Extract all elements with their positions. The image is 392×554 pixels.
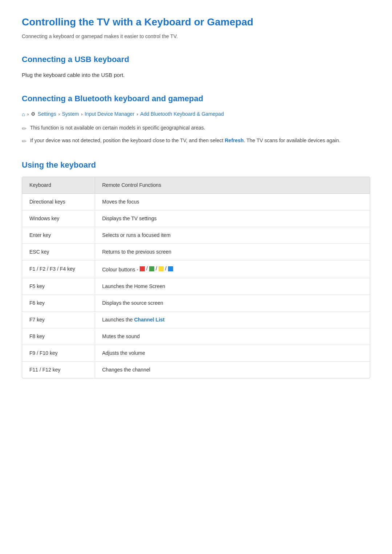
keyboard-cell: F9 / F10 key (22, 345, 95, 361)
keyboard-table: Keyboard Remote Control Functions Direct… (22, 177, 370, 378)
table-row: F1 / F2 / F3 / F4 keyColour buttons - / … (22, 260, 370, 278)
function-cell: Launches the Home Screen (95, 278, 370, 295)
keyboard-cell: F7 key (22, 311, 95, 328)
usb-section-title: Connecting a USB keyboard (22, 53, 370, 65)
home-icon: ⌂ (22, 110, 25, 119)
channel-list-link[interactable]: Channel List (134, 317, 164, 323)
keyboard-cell: Directional keys (22, 194, 95, 210)
table-row: Enter keySelects or runs a focused item (22, 227, 370, 244)
pencil-icon-2: ✏ (22, 137, 26, 146)
note-text-2: If your device was not detected, positio… (30, 137, 340, 144)
table-row: F11 / F12 keyChanges the channel (22, 361, 370, 378)
breadcrumb-system[interactable]: System (62, 110, 79, 118)
col2-header: Remote Control Functions (95, 177, 370, 194)
breadcrumb-idm[interactable]: Input Device Manager (85, 110, 134, 118)
col1-header: Keyboard (22, 177, 95, 194)
keyboard-cell: F11 / F12 key (22, 361, 95, 378)
red-button (140, 266, 145, 271)
pencil-icon-1: ✏ (22, 124, 26, 133)
page-title: Controlling the TV with a Keyboard or Ga… (22, 15, 370, 30)
breadcrumb-settings[interactable]: Settings (38, 110, 56, 118)
keyboard-cell: Enter key (22, 227, 95, 244)
table-row: ESC keyReturns to the previous screen (22, 244, 370, 260)
note-item-1: ✏ This function is not available on cert… (22, 124, 370, 133)
breadcrumb-add[interactable]: Add Bluetooth Keyboard & Gamepad (140, 110, 224, 118)
function-cell: Launches the Channel List (95, 311, 370, 328)
page-subtitle: Connecting a keyboard or gamepad makes i… (22, 33, 370, 40)
table-row: Directional keysMoves the focus (22, 194, 370, 210)
breadcrumb-sep-3: › (81, 111, 82, 118)
bluetooth-section: Connecting a Bluetooth keyboard and game… (22, 93, 370, 146)
table-row: F8 keyMutes the sound (22, 328, 370, 345)
breadcrumb-sep-4: › (136, 111, 138, 118)
usb-keyboard-section: Connecting a USB keyboard Plug the keybo… (22, 53, 370, 79)
function-cell: Adjusts the volume (95, 345, 370, 361)
keyboard-cell: F1 / F2 / F3 / F4 key (22, 260, 95, 278)
breadcrumb: ⌂ › ⚙ Settings › System › Input Device M… (22, 110, 370, 119)
breadcrumb-sep-2: › (58, 111, 60, 118)
breadcrumb-sep-1: › (27, 111, 29, 118)
table-row: F5 keyLaunches the Home Screen (22, 278, 370, 295)
function-cell: Returns to the previous screen (95, 244, 370, 260)
function-cell: Displays the TV settings (95, 210, 370, 227)
colour-buttons: / / / (140, 265, 173, 272)
usb-body-text: Plug the keyboard cable into the USB por… (22, 71, 370, 79)
table-row: F6 keyDisplays the source screen (22, 295, 370, 311)
using-keyboard-section: Using the keyboard Keyboard Remote Contr… (22, 159, 370, 378)
blue-button (168, 266, 173, 271)
function-cell: Colour buttons - / / / (95, 260, 370, 278)
note-text-1: This function is not available on certai… (30, 124, 205, 132)
table-row: F9 / F10 keyAdjusts the volume (22, 345, 370, 361)
function-cell: Moves the focus (95, 194, 370, 210)
function-cell: Mutes the sound (95, 328, 370, 345)
keyboard-cell: ESC key (22, 244, 95, 260)
table-row: Windows keyDisplays the TV settings (22, 210, 370, 227)
keyboard-cell: F5 key (22, 278, 95, 295)
gear-icon: ⚙ (31, 110, 36, 118)
bluetooth-notes: ✏ This function is not available on cert… (22, 124, 370, 146)
yellow-button (159, 266, 164, 271)
keyboard-cell: F6 key (22, 295, 95, 311)
function-cell: Changes the channel (95, 361, 370, 378)
note-item-2: ✏ If your device was not detected, posit… (22, 137, 370, 146)
table-row: F7 keyLaunches the Channel List (22, 311, 370, 328)
keyboard-table-wrapper: Keyboard Remote Control Functions Direct… (22, 177, 370, 378)
keyboard-cell: F8 key (22, 328, 95, 345)
table-header-row: Keyboard Remote Control Functions (22, 177, 370, 194)
function-cell: Selects or runs a focused item (95, 227, 370, 244)
using-section-title: Using the keyboard (22, 159, 370, 171)
function-cell: Displays the source screen (95, 295, 370, 311)
green-button (149, 266, 154, 271)
keyboard-cell: Windows key (22, 210, 95, 227)
bluetooth-section-title: Connecting a Bluetooth keyboard and game… (22, 93, 370, 104)
refresh-link[interactable]: Refresh (225, 138, 244, 143)
